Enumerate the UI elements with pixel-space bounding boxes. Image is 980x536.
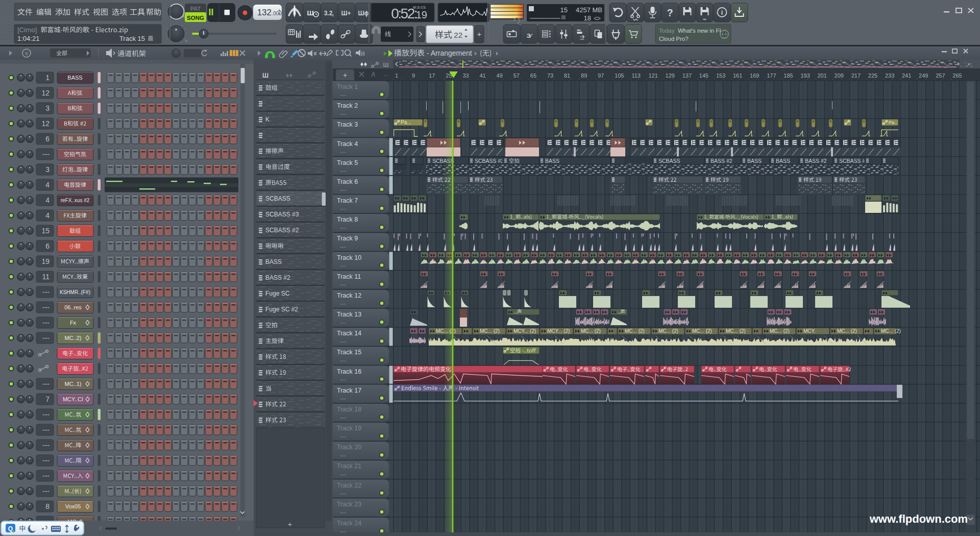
svg-text:---: --- bbox=[42, 456, 50, 465]
svg-text:i: i bbox=[721, 9, 723, 16]
svg-text:+: + bbox=[477, 30, 482, 38]
svg-text:MC... (2): MC... (2) bbox=[625, 328, 645, 334]
svg-text:---: --- bbox=[42, 319, 50, 327]
svg-text:BASS #2: BASS #2 bbox=[805, 158, 827, 164]
svg-text:MC... (2): MC... (2) bbox=[881, 328, 901, 334]
svg-text:Track 15: Track 15 bbox=[119, 35, 145, 42]
svg-text:41: 41 bbox=[480, 72, 486, 79]
svg-text:Track 10: Track 10 bbox=[337, 254, 361, 261]
svg-text:265: 265 bbox=[952, 72, 962, 79]
svg-text:Track 23: Track 23 bbox=[337, 501, 361, 508]
svg-text:22: 22 bbox=[454, 31, 462, 39]
svg-text:209: 209 bbox=[835, 72, 844, 79]
svg-text:15: 15 bbox=[41, 227, 50, 235]
svg-text:3: 3 bbox=[45, 165, 50, 174]
svg-text:8: 8 bbox=[45, 502, 50, 510]
svg-text:PAT: PAT bbox=[190, 6, 201, 12]
svg-text:19: 19 bbox=[41, 257, 50, 265]
svg-text:Pa...: Pa... bbox=[401, 119, 411, 125]
svg-text:132: 132 bbox=[257, 8, 272, 17]
svg-text:SCBASS: SCBASS bbox=[265, 195, 290, 202]
svg-text:17: 17 bbox=[429, 72, 435, 79]
svg-text:49: 49 bbox=[497, 72, 503, 79]
svg-text:SCBASS #3: SCBASS #3 bbox=[475, 158, 504, 164]
svg-text:217: 217 bbox=[851, 72, 861, 79]
svg-text:Ш: Ш bbox=[383, 62, 388, 68]
svg-text:249: 249 bbox=[919, 72, 928, 79]
svg-text:MCY... (2): MCY... (2) bbox=[547, 328, 570, 334]
svg-text:201: 201 bbox=[818, 72, 827, 79]
svg-text:Ш: Ш bbox=[262, 72, 268, 79]
svg-text:Track 22: Track 22 bbox=[337, 482, 361, 489]
svg-text:---: --- bbox=[42, 288, 50, 296]
svg-text:1: 1 bbox=[45, 74, 50, 82]
svg-text:73: 73 bbox=[547, 72, 553, 79]
svg-text:06..res: 06..res bbox=[64, 304, 82, 310]
svg-text:Track 21: Track 21 bbox=[337, 462, 361, 470]
svg-text:Q: Q bbox=[8, 525, 13, 532]
svg-text:145: 145 bbox=[699, 72, 708, 79]
svg-text:Fuge SC #2: Fuge SC #2 bbox=[265, 306, 298, 313]
svg-text:Track 14: Track 14 bbox=[337, 330, 361, 337]
svg-text:Fx: Fx bbox=[70, 320, 77, 326]
svg-text:---: --- bbox=[42, 410, 50, 419]
svg-text:Track 4: Track 4 bbox=[337, 140, 358, 148]
svg-text:Track 1: Track 1 bbox=[337, 83, 358, 90]
svg-text:MC... (2): MC... (2) bbox=[837, 328, 857, 334]
svg-text:185: 185 bbox=[783, 72, 793, 79]
svg-text:4: 4 bbox=[45, 211, 50, 220]
svg-text:Track 7: Track 7 bbox=[337, 197, 358, 204]
svg-text:Track 5: Track 5 bbox=[337, 159, 358, 166]
svg-text:Track 2: Track 2 bbox=[337, 102, 358, 109]
svg-text:BASS: BASS bbox=[265, 258, 282, 265]
svg-text:169: 169 bbox=[750, 72, 759, 79]
svg-text:MC... (2): MC... (2) bbox=[770, 328, 790, 334]
svg-text:4: 4 bbox=[45, 196, 50, 204]
svg-text:Track 12: Track 12 bbox=[337, 292, 361, 299]
svg-text:6: 6 bbox=[25, 51, 28, 56]
svg-text:6: 6 bbox=[45, 242, 50, 250]
svg-text:---: --- bbox=[42, 303, 50, 311]
svg-text:MC..2): MC..2) bbox=[65, 335, 82, 341]
svg-text:Fuge SC: Fuge SC bbox=[265, 290, 290, 297]
svg-text:?: ? bbox=[667, 7, 673, 18]
svg-text:---: --- bbox=[42, 380, 50, 388]
svg-text:3: 3 bbox=[45, 104, 50, 112]
svg-text:193: 193 bbox=[800, 72, 810, 79]
svg-text:113: 113 bbox=[631, 72, 641, 79]
svg-text:89: 89 bbox=[581, 72, 587, 79]
svg-text:- Arrangement: - Arrangement bbox=[427, 49, 472, 57]
svg-text:257: 257 bbox=[936, 72, 945, 79]
svg-text:KSHMR..(F#): KSHMR..(F#) bbox=[60, 289, 90, 295]
svg-text:SCBASS #3: SCBASS #3 bbox=[265, 211, 299, 218]
svg-text:MC... (2): MC... (2) bbox=[581, 328, 601, 334]
svg-text:SCBASS #2: SCBASS #2 bbox=[265, 227, 299, 234]
svg-text:www.flpdown.com: www.flpdown.com bbox=[869, 513, 968, 525]
svg-text:BASS: BASS bbox=[545, 158, 559, 164]
svg-text:Track 8: Track 8 bbox=[337, 216, 358, 223]
svg-text:137: 137 bbox=[682, 72, 692, 79]
svg-text:MCY..CI: MCY..CI bbox=[63, 396, 83, 402]
svg-text:---: --- bbox=[42, 426, 50, 434]
svg-text:161: 161 bbox=[733, 72, 742, 79]
svg-text:0:52:: 0:52: bbox=[391, 6, 416, 21]
svg-text:18: 18 bbox=[584, 14, 591, 22]
svg-text:reFX..xus #2: reFX..xus #2 bbox=[61, 198, 90, 203]
svg-text:BASS #2: BASS #2 bbox=[265, 274, 290, 281]
svg-text:Ш: Ш bbox=[307, 9, 313, 17]
svg-text:MC... (2): MC... (2) bbox=[658, 328, 678, 334]
svg-text:15: 15 bbox=[560, 6, 568, 14]
svg-text:6: 6 bbox=[45, 135, 50, 143]
svg-text:Ш+: Ш+ bbox=[341, 10, 351, 17]
svg-text:BASS: BASS bbox=[747, 158, 762, 164]
svg-text:19: 19 bbox=[416, 9, 427, 20]
svg-text:K: K bbox=[265, 116, 270, 123]
svg-text:Track 19: Track 19 bbox=[337, 425, 361, 432]
svg-text:BASS #2: BASS #2 bbox=[710, 158, 732, 164]
svg-text:1:04:21: 1:04:21 bbox=[17, 35, 39, 42]
svg-text:MC... (2): MC... (2) bbox=[726, 328, 746, 334]
svg-text:33: 33 bbox=[462, 72, 469, 79]
svg-text:---: --- bbox=[42, 472, 50, 480]
svg-text:97: 97 bbox=[598, 72, 604, 79]
svg-text:1: 1 bbox=[395, 72, 398, 79]
